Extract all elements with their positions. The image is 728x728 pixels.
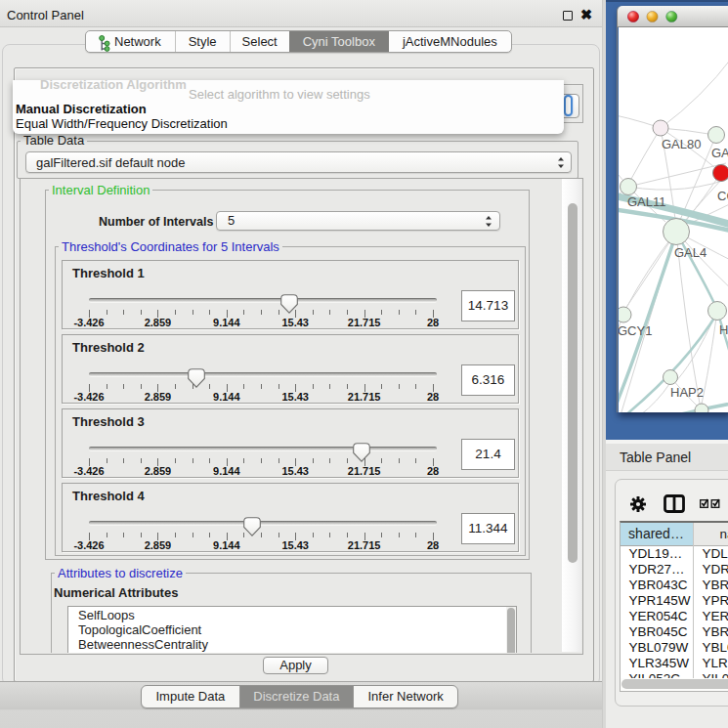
svg-text:GCY1: GCY1: [619, 323, 652, 338]
svg-text:GAL2: GAL2: [711, 146, 728, 160]
svg-text:GAL4: GAL4: [674, 245, 707, 260]
svg-text:HI: HI: [719, 322, 728, 337]
svg-text:HAP2: HAP2: [670, 385, 704, 400]
svg-text:CO: CO: [717, 189, 728, 203]
svg-text:GAL80: GAL80: [662, 137, 701, 151]
svg-text:GAL11: GAL11: [627, 194, 666, 209]
